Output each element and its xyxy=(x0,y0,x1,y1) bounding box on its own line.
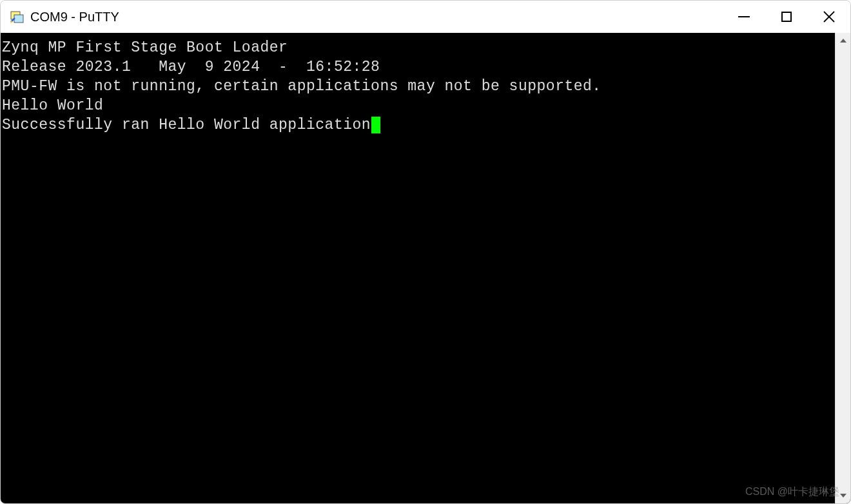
window-controls xyxy=(723,1,850,33)
close-button[interactable] xyxy=(808,1,850,33)
titlebar[interactable]: COM9 - PuTTY xyxy=(1,1,850,33)
terminal-cursor xyxy=(371,117,380,133)
terminal-text: Successfully ran Hello World application xyxy=(2,115,371,135)
scroll-down-button[interactable] xyxy=(836,488,850,503)
terminal-line-cursor: Successfully ran Hello World application xyxy=(2,115,834,135)
chevron-up-icon xyxy=(840,39,846,43)
close-icon xyxy=(822,10,836,24)
terminal-area: Zynq MP First Stage Boot LoaderRelease 2… xyxy=(1,33,850,503)
window-title: COM9 - PuTTY xyxy=(30,10,119,24)
minimize-button[interactable] xyxy=(723,1,765,33)
terminal-line: Zynq MP First Stage Boot Loader xyxy=(2,38,834,57)
terminal-line: Release 2023.1 May 9 2024 - 16:52:28 xyxy=(2,57,834,77)
chevron-down-icon xyxy=(840,494,846,498)
terminal-line: PMU-FW is not running, certain applicati… xyxy=(2,77,834,96)
maximize-icon xyxy=(781,12,792,22)
maximize-button[interactable] xyxy=(765,1,808,33)
putty-icon xyxy=(10,9,25,24)
putty-window: COM9 - PuTTY Zynq MP First Stage Boot Lo… xyxy=(0,0,851,504)
terminal-line: Hello World xyxy=(2,96,834,115)
terminal-content[interactable]: Zynq MP First Stage Boot LoaderRelease 2… xyxy=(1,33,835,503)
vertical-scrollbar[interactable] xyxy=(835,33,850,503)
scroll-up-button[interactable] xyxy=(836,33,850,48)
svg-rect-1 xyxy=(14,15,23,23)
minimize-icon xyxy=(738,16,750,17)
